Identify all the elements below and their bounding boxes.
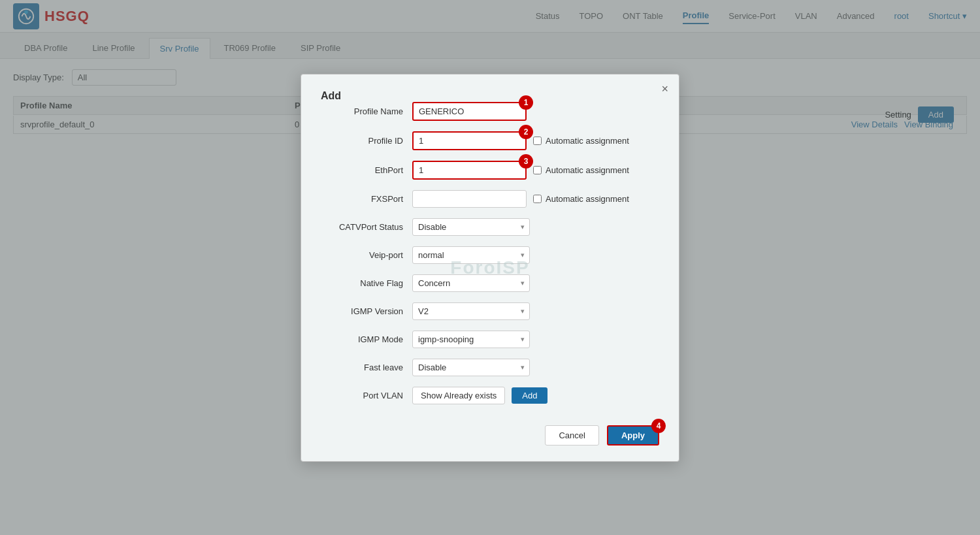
modal-title: Add: [321, 90, 341, 101]
eth-port-auto-label: Automatic assignment: [533, 165, 629, 175]
eth-port-label: EthPort: [321, 165, 412, 175]
eth-port-input[interactable]: [412, 161, 527, 180]
profile-name-row: Profile Name 1: [321, 102, 659, 121]
veip-port-select-wrapper: normal other: [412, 246, 530, 264]
fast-leave-select-wrapper: Disable Enable: [412, 359, 530, 376]
veip-port-select[interactable]: normal other: [412, 246, 530, 264]
igmp-version-row: IGMP Version V2 V3: [321, 302, 659, 320]
igmp-version-select-wrapper: V2 V3: [412, 302, 530, 320]
cancel-button[interactable]: Cancel: [545, 425, 598, 446]
eth-port-auto-checkbox[interactable]: [533, 166, 542, 174]
modal-footer: Cancel Apply 4: [321, 417, 659, 446]
profile-id-input[interactable]: [412, 131, 527, 150]
modal-close-button[interactable]: ×: [661, 82, 668, 96]
eth-port-wrapper: 3: [412, 161, 527, 180]
catv-port-row: CATVPort Status Disable Enable: [321, 218, 659, 236]
igmp-version-select[interactable]: V2 V3: [412, 302, 530, 320]
fxs-port-input[interactable]: [412, 190, 527, 208]
native-flag-select-wrapper: Concern None: [412, 274, 530, 292]
modal-overlay: Add × ForoISP Profile Name 1 Profile ID …: [0, 0, 980, 535]
profile-name-input[interactable]: [412, 102, 527, 121]
igmp-mode-select[interactable]: igmp-snooping igmp-proxy: [412, 331, 530, 348]
profile-id-wrapper: 2: [412, 131, 527, 150]
modal: Add × ForoISP Profile Name 1 Profile ID …: [301, 74, 679, 462]
igmp-mode-select-wrapper: igmp-snooping igmp-proxy: [412, 331, 530, 348]
fxs-port-auto-checkbox[interactable]: [533, 195, 542, 203]
step-badge-4: 4: [651, 419, 666, 433]
port-vlan-row: Port VLAN Show Already exists Add: [321, 387, 659, 404]
igmp-mode-row: IGMP Mode igmp-snooping igmp-proxy: [321, 331, 659, 348]
catv-port-select-wrapper: Disable Enable: [412, 218, 530, 236]
profile-id-row: Profile ID 2 Automatic assignment: [321, 131, 659, 150]
step-badge-2: 2: [519, 125, 533, 139]
fast-leave-label: Fast leave: [321, 363, 412, 372]
native-flag-label: Native Flag: [321, 278, 412, 288]
veip-port-label: Veip-port: [321, 250, 412, 260]
profile-id-label: Profile ID: [321, 136, 412, 146]
fxs-port-label: FXSPort: [321, 194, 412, 204]
step-badge-3: 3: [519, 154, 533, 169]
profile-name-wrapper: 1: [412, 102, 527, 121]
catv-port-select[interactable]: Disable Enable: [412, 218, 530, 236]
port-vlan-label: Port VLAN: [321, 391, 412, 400]
apply-wrapper: Apply 4: [607, 425, 659, 446]
fxs-port-auto-label: Automatic assignment: [533, 194, 629, 204]
profile-id-auto-text: Automatic assignment: [546, 136, 629, 146]
fast-leave-row: Fast leave Disable Enable: [321, 359, 659, 376]
native-flag-row: Native Flag Concern None: [321, 274, 659, 292]
fast-leave-select[interactable]: Disable Enable: [412, 359, 530, 376]
igmp-mode-label: IGMP Mode: [321, 334, 412, 344]
vlan-add-button[interactable]: Add: [512, 387, 547, 404]
catv-port-label: CATVPort Status: [321, 222, 412, 232]
eth-port-auto-text: Automatic assignment: [546, 165, 629, 175]
profile-name-label: Profile Name: [321, 106, 412, 116]
eth-port-row: EthPort 3 Automatic assignment: [321, 161, 659, 180]
profile-id-auto-checkbox[interactable]: [533, 137, 542, 145]
profile-id-auto-label: Automatic assignment: [533, 136, 629, 146]
fxs-port-auto-text: Automatic assignment: [546, 194, 629, 204]
port-vlan-controls: Show Already exists Add: [412, 387, 547, 404]
igmp-version-label: IGMP Version: [321, 306, 412, 316]
fxs-port-row: FXSPort Automatic assignment: [321, 190, 659, 208]
show-already-exists-button[interactable]: Show Already exists: [412, 387, 505, 404]
native-flag-select[interactable]: Concern None: [412, 274, 530, 292]
veip-port-row: Veip-port normal other: [321, 246, 659, 264]
step-badge-1: 1: [519, 95, 533, 110]
